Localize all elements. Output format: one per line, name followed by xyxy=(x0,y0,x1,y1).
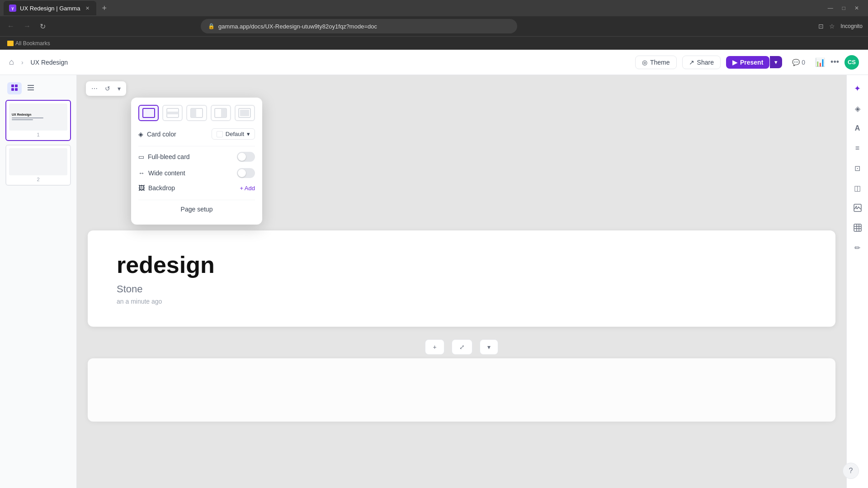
active-tab[interactable]: γ UX Redesign | Gamma ✕ xyxy=(4,1,96,15)
slide-meta: an a minute ago xyxy=(117,298,807,305)
left-sidebar: UX Redesign 1 2 xyxy=(0,75,77,488)
text-icon: A xyxy=(855,124,860,132)
share-button[interactable]: ↗ Share xyxy=(682,56,721,69)
table-button[interactable] xyxy=(849,220,866,236)
wide-content-toggle[interactable] xyxy=(237,168,255,178)
lock-icon: 🔒 xyxy=(208,23,215,29)
tab-bar: γ UX Redesign | Gamma ✕ + — □ ✕ xyxy=(0,0,868,16)
add-card-bar: + ⤢ ▾ xyxy=(88,336,835,358)
text-button[interactable]: A xyxy=(849,120,866,136)
wide-content-row: ↔ Wide content xyxy=(138,168,255,178)
present-dropdown-button[interactable]: ▾ xyxy=(770,56,782,68)
rotate-button[interactable]: ↺ xyxy=(102,83,113,94)
maximize-button[interactable]: □ xyxy=(842,5,845,11)
svg-rect-6 xyxy=(28,89,34,90)
main-layout: UX Redesign 1 2 ⋯ ↺ ▾ xyxy=(0,75,868,488)
list-button[interactable]: ≡ xyxy=(849,140,866,156)
profile-menu[interactable]: Incognito xyxy=(840,23,863,29)
home-button[interactable]: ⌂ xyxy=(9,57,14,67)
folder-icon xyxy=(7,41,14,46)
color-default-label: Default xyxy=(226,131,244,137)
new-tab-button[interactable]: + xyxy=(98,4,110,13)
card-settings-popup: ◈ Card color Default ▾ ▭ Full-bleed card xyxy=(131,98,262,225)
slide-2-thumbnail[interactable]: 2 xyxy=(5,145,71,186)
more-options-toolbar-button[interactable]: ⋯ xyxy=(89,83,100,94)
bookmarks-folder[interactable]: All Bookmarks xyxy=(7,40,50,47)
window-controls: — □ ✕ xyxy=(828,5,864,11)
layout-option-2[interactable] xyxy=(162,105,183,121)
tab-title: UX Redesign | Gamma xyxy=(20,5,80,12)
more-options-button[interactable]: ••• xyxy=(830,57,839,67)
plus-icon: + xyxy=(433,343,436,351)
dropdown-icon: ▾ xyxy=(118,85,121,92)
svg-rect-5 xyxy=(28,87,34,88)
wide-content-label: ↔ Wide content xyxy=(138,169,185,177)
svg-rect-15 xyxy=(240,110,249,116)
extensions-icon[interactable]: ⊡ xyxy=(818,23,824,30)
breadcrumb-item[interactable]: UX Redesign xyxy=(31,59,68,66)
bookmark-label: All Bookmarks xyxy=(15,40,50,47)
draw-button[interactable]: ✏ xyxy=(849,239,866,256)
backdrop-row: 🖼 Backdrop + Add xyxy=(138,184,255,192)
page-setup-button[interactable]: Page setup xyxy=(138,200,255,217)
layout-sidebar-icon: ⊡ xyxy=(854,164,860,173)
reload-button[interactable]: ↻ xyxy=(38,20,47,33)
layout-option-1[interactable] xyxy=(138,105,159,121)
layout-button[interactable]: ⊡ xyxy=(849,160,866,176)
slide-2-card[interactable] xyxy=(88,358,835,422)
layout-option-5[interactable] xyxy=(235,105,255,121)
popup-divider-1 xyxy=(138,146,255,146)
full-bleed-label: ▭ Full-bleed card xyxy=(138,153,190,160)
add-card-button[interactable]: + xyxy=(425,339,444,355)
svg-rect-0 xyxy=(11,84,14,87)
close-window-button[interactable]: ✕ xyxy=(854,5,859,11)
comments-count: 0 xyxy=(802,59,805,66)
backdrop-label: 🖼 Backdrop xyxy=(138,184,175,192)
more-card-button[interactable]: ▾ xyxy=(480,339,498,355)
canvas-area[interactable]: ⋯ ↺ ▾ xyxy=(77,75,846,488)
card-color-picker[interactable]: Default ▾ xyxy=(212,128,255,140)
slide-1-area: redesign Stone an a minute ago + ⤢ ▾ xyxy=(88,230,835,422)
minimize-button[interactable]: — xyxy=(828,5,833,11)
backdrop-add-button[interactable]: + Add xyxy=(240,185,255,192)
rotate-icon: ↺ xyxy=(105,85,110,92)
svg-rect-1 xyxy=(15,84,18,87)
theme-icon: ◎ xyxy=(642,59,647,66)
list-view-button[interactable] xyxy=(24,82,38,94)
layers-button[interactable]: ◫ xyxy=(849,180,866,196)
grid-view-button[interactable] xyxy=(7,82,22,94)
bookmark-icon[interactable]: ☆ xyxy=(829,23,835,30)
floating-toolbar: ⋯ ↺ ▾ xyxy=(86,81,126,96)
slide-title: redesign xyxy=(117,252,807,278)
theme-sidebar-button[interactable]: ◈ xyxy=(849,100,866,117)
move-card-button[interactable]: ⤢ xyxy=(452,339,472,355)
share-icon: ↗ xyxy=(689,59,694,66)
backdrop-icon: 🖼 xyxy=(138,184,145,192)
url-bar[interactable]: 🔒 gamma.app/docs/UX-Redesign-utuw9ty82oy… xyxy=(201,19,517,33)
help-button[interactable]: ? xyxy=(843,463,859,479)
comments-button[interactable]: 💬 0 xyxy=(788,56,810,69)
present-label: Present xyxy=(740,59,763,66)
layout-option-4[interactable] xyxy=(211,105,231,121)
play-icon: ▶ xyxy=(732,59,737,66)
analytics-button[interactable]: 📊 xyxy=(815,57,825,67)
dropdown-button[interactable]: ▾ xyxy=(115,83,123,94)
header-actions: ◎ Theme ↗ Share ▶ Present ▾ 💬 0 📊 ••• CS xyxy=(635,55,859,70)
slide-1-thumbnail[interactable]: UX Redesign 1 xyxy=(5,100,71,141)
user-avatar[interactable]: CS xyxy=(844,55,859,70)
svg-rect-2 xyxy=(11,88,14,91)
theme-button[interactable]: ◎ Theme xyxy=(635,56,677,69)
present-button[interactable]: ▶ Present xyxy=(726,56,769,69)
color-icon: ◈ xyxy=(138,131,143,138)
back-button[interactable]: ← xyxy=(5,20,16,32)
forward-button[interactable]: → xyxy=(22,20,33,32)
layout-option-3[interactable] xyxy=(186,105,207,121)
wide-content-toggle-knob xyxy=(238,169,246,177)
tab-favicon: γ xyxy=(9,5,16,12)
ai-button[interactable]: ✦ xyxy=(849,80,866,97)
slide-1-card[interactable]: redesign Stone an a minute ago xyxy=(88,230,835,327)
image-button[interactable] xyxy=(849,200,866,216)
arrow-icon: ▾ xyxy=(487,343,491,351)
tab-close-button[interactable]: ✕ xyxy=(84,5,91,12)
full-bleed-toggle[interactable] xyxy=(237,152,255,162)
